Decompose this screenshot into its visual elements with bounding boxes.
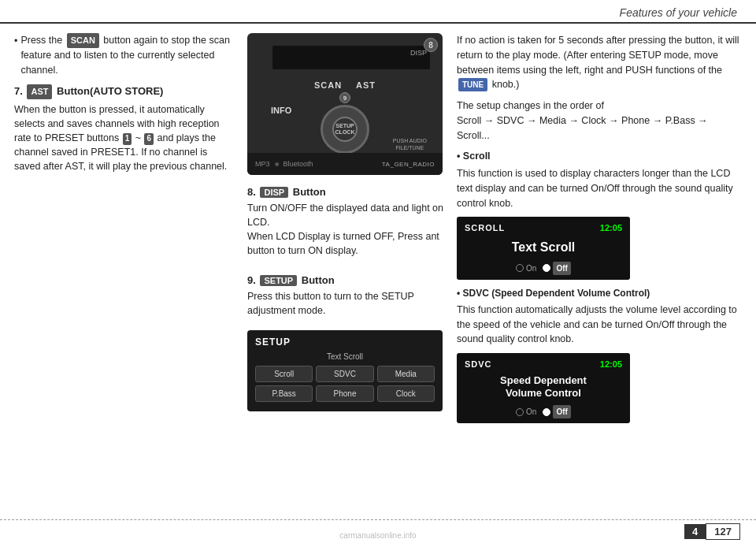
right-para1: If no action is taken for 5 seconds afte… — [457, 33, 742, 92]
phone-btn[interactable]: Phone — [316, 385, 373, 402]
sdvc-on-radio — [516, 408, 524, 416]
clock-btn[interactable]: Clock — [377, 385, 435, 402]
scroll-on-label: On — [526, 262, 536, 274]
scroll-time: 12:05 — [600, 221, 622, 235]
page-section: 4 — [684, 524, 706, 539]
radio-bottom-bar: MP3 ⎈ Bluetooth TA_GEN_RADIO — [247, 153, 443, 175]
sdvc-main: Speed DependentVolume Control — [465, 374, 622, 401]
radio-lcd: DISP — [272, 46, 430, 69]
watermark: carmanualsonline.info — [339, 531, 416, 540]
bullet-scan: • Press the SCAN button again to stop th… — [14, 33, 235, 77]
right-column: If no action is taken for 5 seconds afte… — [457, 33, 742, 516]
sdvc-options: On Off — [465, 405, 622, 418]
knob-inner: SETUPCLOCK — [332, 117, 358, 142]
radio-icons: MP3 ⎈ Bluetooth — [255, 160, 313, 168]
scroll-section: • Scroll This function is used to displa… — [457, 149, 742, 210]
radio-tag: TA_GEN_RADIO — [382, 161, 435, 168]
bluetooth-icon: ⎈ — [275, 160, 279, 168]
page-number-box: 4 127 — [684, 523, 740, 540]
sdvc-display: SDVC 12:05 Speed DependentVolume Control… — [457, 353, 630, 423]
ast-badge: AST — [27, 84, 52, 99]
sdvc-off-option: Off — [543, 405, 570, 418]
sdvc-label: SDVC — [465, 358, 492, 371]
center-knob-area: 9 SETUPCLOCK — [321, 92, 369, 154]
sdvc-on-option: On — [516, 405, 536, 418]
scroll-options: On Off — [465, 262, 622, 275]
mp3-icon: MP3 — [255, 160, 270, 168]
sdvc-on-label: On — [526, 406, 536, 418]
info-label: INFO — [271, 104, 291, 116]
circle-9: 9 — [339, 92, 350, 103]
section8-heading: 8. DISP Button — [247, 186, 444, 198]
sdvc-btn[interactable]: SDVC — [316, 366, 373, 382]
section9: 9. SETUP Button Press this button to tur… — [247, 271, 444, 322]
radio-scan-ast-row: SCAN AST — [314, 80, 376, 90]
section7-body: When the button is pressed, it automatic… — [14, 102, 235, 174]
setup-panel-subtitle: Text Scroll — [255, 352, 435, 361]
tune-badge: TUNE — [458, 78, 487, 91]
circle-8: 8 — [424, 38, 438, 52]
scroll-btn[interactable]: Scroll — [255, 366, 313, 382]
scroll-off-radio — [543, 264, 550, 272]
right-para2: The setup changes in the order of Scroll… — [457, 99, 742, 143]
page-header: Features of your vehicle — [0, 0, 756, 24]
section9-body: Press this button to turn to the SETUP a… — [247, 289, 444, 318]
scroll-main: Text Scroll — [465, 238, 622, 257]
preset6-badge: 6 — [144, 133, 154, 145]
scroll-on-radio — [516, 264, 524, 272]
setup-panel-title: SETUP — [255, 337, 435, 348]
media-btn[interactable]: Media — [377, 366, 435, 382]
section8: 8. DISP Button Turn ON/OFF the displayed… — [247, 183, 444, 263]
content-area: • Press the SCAN button again to stop th… — [0, 24, 756, 523]
scroll-label: SCROLL — [465, 221, 505, 235]
scroll-off-label: Off — [553, 262, 570, 275]
setup-badge: SETUP — [260, 275, 297, 286]
section9-heading: 9. SETUP Button — [247, 274, 444, 286]
bullet-scan-text: Press the SCAN button again to stop the … — [20, 33, 235, 77]
ast-label: AST — [356, 80, 376, 90]
setup-clock-label: SETUPCLOCK — [335, 123, 355, 135]
preset1-badge: 1 — [123, 133, 132, 145]
sdvc-time: 12:05 — [600, 358, 622, 371]
push-audio-area: PUSH AUDIOFILE/TUNE — [393, 138, 427, 151]
disp-label: DISP — [410, 49, 427, 57]
scroll-header: SCROLL 12:05 — [465, 221, 622, 235]
sdvc-off-radio — [543, 408, 550, 416]
sdvc-section-label: • SDVC (Speed Dependent Volume Control) — [457, 286, 742, 300]
setup-buttons-row2: P.Bass Phone Clock — [255, 385, 435, 402]
mid-column: DISP 8 SCAN AST INFO 9 SETUPCLOCK — [247, 33, 444, 516]
setup-buttons-row1: Scroll SDVC Media — [255, 366, 435, 382]
scroll-display: SCROLL 12:05 Text Scroll On Off — [457, 217, 630, 280]
scan-badge: SCAN — [67, 33, 99, 48]
header-title: Features of your vehicle — [620, 6, 737, 19]
section8-body: Turn ON/OFF the displayed data and light… — [247, 201, 444, 258]
scan-label: SCAN — [314, 80, 342, 90]
left-column: • Press the SCAN button again to stop th… — [14, 33, 235, 516]
scroll-on-option: On — [516, 262, 536, 275]
bullet-dot: • — [14, 34, 17, 77]
setup-panel: SETUP Text Scroll Scroll SDVC Media P.Ba… — [247, 330, 443, 411]
sdvc-off-label: Off — [553, 405, 570, 418]
sdvc-header: SDVC 12:05 — [465, 358, 622, 371]
scroll-section-body: This function is used to display charact… — [457, 166, 742, 210]
section7-heading: 7. AST Button(AUTO STORE) — [14, 84, 235, 99]
radio-image: DISP 8 SCAN AST INFO 9 SETUPCLOCK — [247, 33, 443, 175]
main-knob: SETUPCLOCK — [321, 105, 369, 154]
sdvc-section-body: This function automatically adjusts the … — [457, 303, 742, 347]
push-audio-label: PUSH AUDIOFILE/TUNE — [393, 138, 427, 151]
page-number: 127 — [706, 523, 740, 540]
scroll-section-label: • Scroll — [457, 149, 742, 164]
scroll-off-option: Off — [543, 262, 570, 275]
pbass-btn[interactable]: P.Bass — [255, 385, 313, 402]
sdvc-section: • SDVC (Speed Dependent Volume Control) … — [457, 286, 742, 347]
disp-badge: DISP — [260, 187, 288, 198]
bluetooth-label: Bluetooth — [284, 160, 313, 168]
